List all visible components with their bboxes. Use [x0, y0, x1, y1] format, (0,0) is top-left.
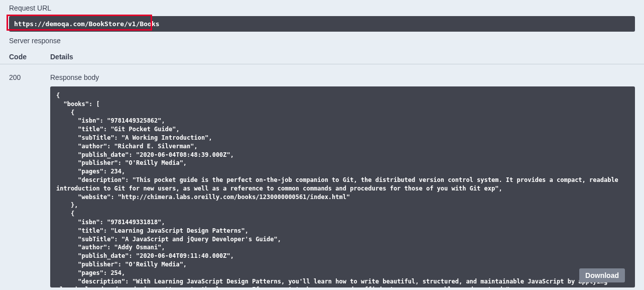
request-url-container: https://demoqa.com/BookStore/v1/Books: [0, 16, 644, 32]
server-response-label: Server response: [0, 32, 644, 50]
response-body-code[interactable]: { "books": [ { "isbn": "9781449325862", …: [50, 86, 635, 287]
request-url-label: Request URL: [0, 0, 644, 16]
swagger-response-panel: Request URL https://demoqa.com/BookStore…: [0, 0, 644, 290]
details-cell: Response body { "books": [ { "isbn": "97…: [50, 73, 635, 287]
request-url-value[interactable]: https://demoqa.com/BookStore/v1/Books: [9, 16, 635, 32]
code-column-header: Code: [9, 53, 50, 61]
status-code: 200: [9, 73, 50, 287]
response-row: 200 Response body { "books": [ { "isbn":…: [0, 64, 644, 287]
response-body-label: Response body: [50, 73, 635, 81]
response-body-container: { "books": [ { "isbn": "9781449325862", …: [50, 86, 635, 287]
download-button[interactable]: Download: [579, 268, 625, 282]
response-table-header: Code Details: [0, 50, 644, 64]
details-column-header: Details: [50, 53, 635, 61]
